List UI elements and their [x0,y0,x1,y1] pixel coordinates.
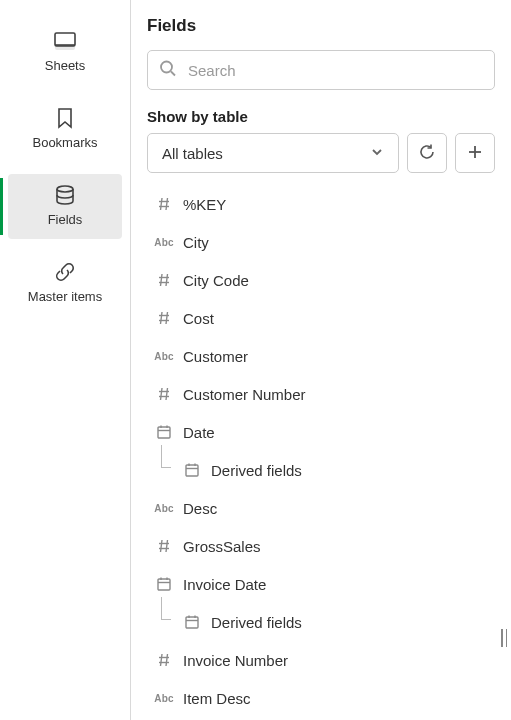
field-row[interactable]: AbcCity [143,223,491,261]
refresh-icon [418,143,436,164]
field-name: Invoice Date [177,576,266,593]
abc-type-icon: Abc [151,693,177,704]
field-row-child[interactable]: Derived fields [143,603,491,641]
hash-type-icon [151,538,177,554]
svg-point-2 [57,186,73,192]
svg-line-13 [161,274,163,286]
link-icon [52,261,78,283]
svg-rect-35 [158,579,170,590]
sidebar-item-label: Sheets [45,58,85,73]
search-wrap [147,50,495,90]
table-select[interactable]: All tables [147,133,399,173]
add-button[interactable] [455,133,495,173]
field-row[interactable]: Date [143,413,491,451]
field-row[interactable]: Cost [143,299,491,337]
field-name: Invoice Number [177,652,288,669]
svg-rect-23 [158,427,170,438]
panel-title: Fields [147,16,495,36]
sidebar-item-fields[interactable]: Fields [8,174,122,239]
abc-type-icon: Abc [151,237,177,248]
field-name: Desc [177,500,217,517]
field-row-child[interactable]: Derived fields [143,451,491,489]
controls-row: All tables [147,133,495,173]
database-icon [52,184,78,206]
sidebar-item-label: Bookmarks [32,135,97,150]
svg-line-18 [166,312,168,324]
field-row[interactable]: AbcItem Desc [143,679,491,717]
svg-line-46 [166,654,168,666]
fields-panel: Fields Show by table All tables [131,0,511,720]
field-name: City [177,234,209,251]
field-row[interactable]: City Code [143,261,491,299]
svg-line-21 [161,388,163,400]
fields-list[interactable]: %KEYAbcCityCity CodeCostAbcCustomerCusto… [143,185,495,720]
sidebar-item-sheets[interactable]: Sheets [8,20,122,85]
field-row[interactable]: Invoice Number [143,641,491,679]
field-row[interactable]: Invoice Date [143,565,491,603]
bookmark-icon [52,107,78,129]
svg-line-4 [171,72,175,76]
field-row[interactable]: Customer Number [143,375,491,413]
hash-type-icon [151,310,177,326]
svg-line-33 [161,540,163,552]
hash-type-icon [151,272,177,288]
svg-line-9 [161,198,163,210]
sidebar-item-label: Fields [48,212,83,227]
field-row[interactable]: AbcCustomer [143,337,491,375]
field-name: Derived fields [205,614,302,631]
svg-line-34 [166,540,168,552]
hash-type-icon [151,196,177,212]
field-name: Date [177,424,215,441]
sidebar-item-label: Master items [28,289,102,304]
svg-rect-27 [186,465,198,476]
table-select-value: All tables [162,145,223,162]
field-name: %KEY [177,196,226,213]
field-name: Item Desc [177,690,251,707]
field-name: Derived fields [205,462,302,479]
svg-line-14 [166,274,168,286]
date-type-icon [151,424,177,440]
field-row[interactable]: GrossSales [143,527,491,565]
sidebar: Sheets Bookmarks Fields Master items [0,0,131,720]
date-type-icon [179,614,205,630]
hash-type-icon [151,386,177,402]
show-by-table-label: Show by table [147,108,495,125]
svg-rect-0 [55,33,75,46]
resize-handle[interactable] [499,626,509,650]
sidebar-item-bookmarks[interactable]: Bookmarks [8,97,122,162]
abc-type-icon: Abc [151,351,177,362]
plus-icon [467,144,483,163]
search-input[interactable] [147,50,495,90]
field-row[interactable]: %KEY [143,185,491,223]
abc-type-icon: Abc [151,503,177,514]
date-type-icon [179,462,205,478]
svg-line-17 [161,312,163,324]
field-row[interactable]: AbcDesc [143,489,491,527]
sidebar-item-master-items[interactable]: Master items [8,251,122,316]
field-name: Customer [177,348,248,365]
svg-line-10 [166,198,168,210]
field-name: City Code [177,272,249,289]
field-name: Customer Number [177,386,306,403]
hash-type-icon [151,652,177,668]
chevron-down-icon [370,145,384,162]
search-icon [159,60,177,81]
svg-line-45 [161,654,163,666]
sheets-icon [52,30,78,52]
field-name: Cost [177,310,214,327]
date-type-icon [151,576,177,592]
refresh-button[interactable] [407,133,447,173]
svg-line-22 [166,388,168,400]
field-name: GrossSales [177,538,261,555]
svg-rect-39 [186,617,198,628]
svg-point-3 [161,62,172,73]
